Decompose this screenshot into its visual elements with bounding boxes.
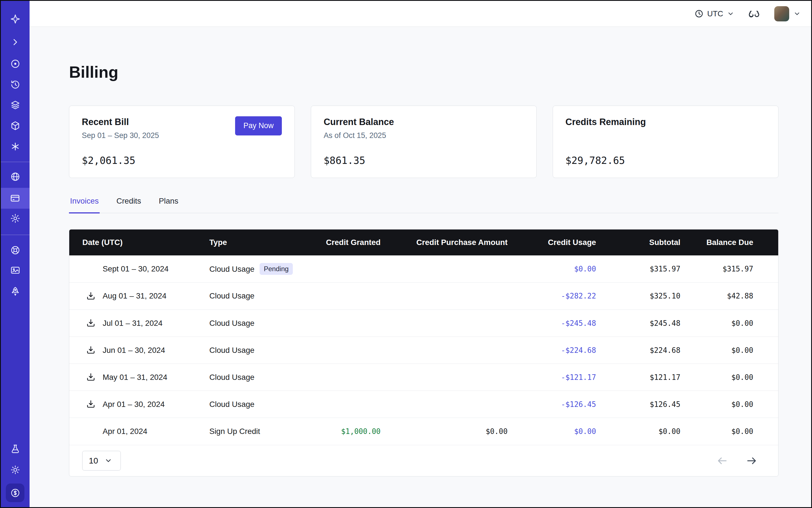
credit-granted-cell xyxy=(303,337,380,364)
asterisk-icon[interactable] xyxy=(9,140,22,153)
column-header: Subtotal xyxy=(596,229,680,255)
sidebar-divider xyxy=(1,235,30,235)
invoices-table: Date (UTC) Type Credit Granted Credit Pu… xyxy=(69,229,778,445)
table-header-row: Date (UTC) Type Credit Granted Credit Pu… xyxy=(69,229,778,255)
invoice-type: Cloud Usage xyxy=(209,346,254,354)
credit-granted-cell xyxy=(303,309,380,337)
subtotal-cell: $126.45 xyxy=(596,391,680,418)
date-cell: May 01 – 31, 2024 xyxy=(69,364,209,391)
tab-credits[interactable]: Credits xyxy=(116,194,142,213)
page-size-select[interactable]: 10 xyxy=(82,451,121,470)
download-invoice-button[interactable] xyxy=(86,345,102,355)
layers-icon[interactable] xyxy=(9,99,22,111)
currency-dollar-button[interactable] xyxy=(6,483,25,502)
sun-icon[interactable] xyxy=(9,464,22,476)
credit-granted-cell xyxy=(303,283,380,309)
subtotal-cell: $325.10 xyxy=(596,283,680,309)
rocket-icon[interactable] xyxy=(9,285,22,297)
credit-usage-cell: -$282.22 xyxy=(508,283,596,309)
timezone-label: UTC xyxy=(707,9,723,18)
credit-purchase-cell xyxy=(381,391,508,418)
date-cell: Apr 01 – 30, 2024 xyxy=(69,391,209,418)
tab-plans[interactable]: Plans xyxy=(158,194,179,213)
credit-usage-cell: -$224.68 xyxy=(508,337,596,364)
radar-icon[interactable] xyxy=(9,58,22,70)
download-icon xyxy=(86,291,96,301)
type-cell: Cloud Usage xyxy=(209,309,303,337)
app-root: UTC Billing Recent Bill Sep 01 – Sep 30,… xyxy=(0,0,812,508)
credit-purchase-cell xyxy=(381,255,508,283)
type-cell: Cloud Usage xyxy=(209,364,303,391)
logo-sparkle-icon[interactable] xyxy=(9,13,22,25)
balance-due-cell: $42.88 xyxy=(681,283,778,309)
download-invoice-button[interactable] xyxy=(86,318,102,328)
current-balance-amount: $861.35 xyxy=(324,155,365,166)
download-invoice-button[interactable] xyxy=(86,291,102,301)
topbar: UTC xyxy=(30,1,811,27)
invoice-row: Jul 01 – 31, 2024Cloud Usage-$245.48$245… xyxy=(69,309,778,337)
chevron-down-icon xyxy=(794,10,801,17)
main-column: UTC Billing Recent Bill Sep 01 – Sep 30,… xyxy=(30,1,811,507)
user-menu[interactable] xyxy=(774,6,801,22)
recent-bill-amount: $2,061.35 xyxy=(82,155,135,166)
support-buoy-icon[interactable] xyxy=(9,244,22,256)
invoice-period: Aug 01 – 31, 2024 xyxy=(102,291,166,300)
credit-granted-cell: $1,000.00 xyxy=(303,418,380,445)
arrow-left-icon xyxy=(717,455,728,467)
credits-remaining-amount: $29,782.65 xyxy=(565,155,625,166)
type-cell: Cloud Usage xyxy=(209,337,303,364)
balance-due-cell: $0.00 xyxy=(681,418,778,445)
invoice-type: Cloud Usage xyxy=(209,319,254,328)
avatar xyxy=(774,6,789,22)
glasses-icon[interactable] xyxy=(747,7,761,20)
invoice-period: Sept 01 – 30, 2024 xyxy=(102,264,168,273)
globe-icon[interactable] xyxy=(9,171,22,183)
column-header: Credit Granted xyxy=(303,229,380,255)
content: Billing Recent Bill Sep 01 – Sep 30, 202… xyxy=(30,27,811,508)
previous-page-button[interactable] xyxy=(717,455,728,467)
download-invoice-button[interactable] xyxy=(86,372,102,382)
credits-remaining-card: Credits Remaining $29,782.65 xyxy=(553,105,778,178)
invoice-type: Cloud Usage xyxy=(209,291,254,300)
invoice-row: Sept 01 – 30, 2024Cloud UsagePending$0.0… xyxy=(69,255,778,283)
invoice-period: Apr 01 – 30, 2024 xyxy=(102,400,164,409)
invoice-row: Apr 01 – 30, 2024Cloud Usage-$126.45$126… xyxy=(69,391,778,418)
subtotal-cell: $121.17 xyxy=(596,364,680,391)
monitor-image-icon[interactable] xyxy=(9,264,22,277)
tab-invoices[interactable]: Invoices xyxy=(69,194,100,213)
invoice-type: Cloud Usage xyxy=(209,265,254,273)
download-invoice-button[interactable] xyxy=(86,399,102,409)
column-header: Type xyxy=(209,229,303,255)
timezone-selector[interactable]: UTC xyxy=(695,9,734,18)
invoice-row: Aug 01 – 31, 2024Cloud Usage-$282.22$325… xyxy=(69,283,778,309)
credit-purchase-cell xyxy=(381,283,508,309)
pay-now-button[interactable]: Pay Now xyxy=(235,116,282,135)
expand-chevron-icon[interactable] xyxy=(9,36,22,48)
date-cell: Apr 01, 2024 xyxy=(69,418,209,445)
chevron-down-icon xyxy=(104,457,112,465)
credit-usage-cell: $0.00 xyxy=(508,255,596,283)
balance-due-cell: $0.00 xyxy=(681,309,778,337)
download-icon xyxy=(86,399,96,409)
download-icon xyxy=(86,318,96,328)
chevron-down-icon xyxy=(727,10,734,17)
sidebar-item-billing[interactable] xyxy=(1,188,30,209)
subtotal-cell: $224.68 xyxy=(596,337,680,364)
settings-gear-icon[interactable] xyxy=(9,212,22,225)
credit-purchase-cell xyxy=(381,309,508,337)
invoice-row: May 01 – 31, 2024Cloud Usage-$121.17$121… xyxy=(69,364,778,391)
history-icon[interactable] xyxy=(9,78,22,91)
summary-cards: Recent Bill Sep 01 – Sep 30, 2025 $2,061… xyxy=(69,105,778,178)
pagination xyxy=(717,455,764,467)
page-title: Billing xyxy=(69,64,778,81)
credit-purchase-cell xyxy=(381,364,508,391)
next-page-button[interactable] xyxy=(746,455,757,467)
cube-icon[interactable] xyxy=(9,120,22,132)
current-balance-card: Current Balance As of Oct 15, 2025 $861.… xyxy=(311,105,537,178)
lab-flask-icon[interactable] xyxy=(9,443,22,455)
sidebar xyxy=(1,1,30,507)
invoice-type: Cloud Usage xyxy=(209,400,254,409)
date-cell: Sept 01 – 30, 2024 xyxy=(69,255,209,283)
invoice-type: Sign Up Credit xyxy=(209,427,260,436)
clock-icon xyxy=(695,9,703,18)
